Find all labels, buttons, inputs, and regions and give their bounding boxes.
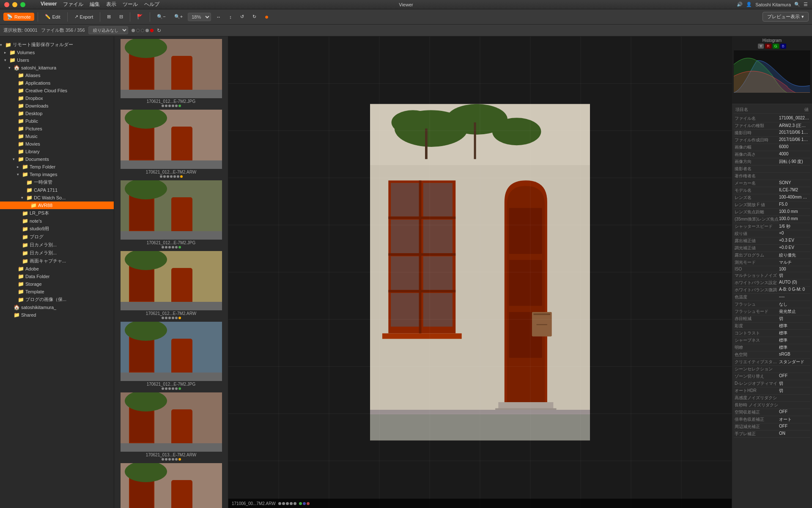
meta-key: ファイル作成日時 — [735, 137, 779, 143]
thumb-item[interactable]: 170621_012...E-7M2.JPG — [116, 179, 226, 249]
sidebar-item-issho[interactable]: 📁 一時保管 — [0, 178, 114, 186]
sidebar-item-template[interactable]: 📁 Template — [0, 288, 114, 295]
svg-rect-63 — [388, 253, 455, 256]
sidebar-item-blog[interactable]: 📁 ブログ — [0, 233, 114, 241]
meta-row: 周辺減光補正 OFF — [734, 423, 810, 431]
meta-val — [779, 366, 809, 372]
dot-red[interactable] — [150, 29, 154, 32]
export-button[interactable]: ↗ Export — [71, 13, 97, 21]
meta-row: 倍率色収差補正 オート — [734, 416, 810, 423]
meta-row: 露出補正値 +0.3 EV — [734, 237, 810, 245]
sidebar-item-downloads[interactable]: 📁 Downloads — [0, 102, 114, 110]
sidebar-item-satoshi[interactable]: ▾ 🏠 satoshi_kitamura — [0, 64, 114, 72]
zoom-out-button[interactable]: 🔍− — [154, 13, 169, 21]
sidebar-item-aliases[interactable]: 📁 Aliases — [0, 72, 114, 79]
chevron-down-icon: ▾ — [801, 14, 804, 19]
sidebar-item-movies[interactable]: 📁 Movies — [0, 140, 114, 148]
sidebar-item-pictures[interactable]: 📁 Pictures — [0, 125, 114, 133]
sidebar-item-temp-images[interactable]: ▾ 📁 Temp images — [0, 171, 114, 178]
sidebar-item-library[interactable]: 📁 Library — [0, 148, 114, 155]
minimize-button[interactable] — [12, 2, 17, 7]
sidebar-item-documents[interactable]: ▾ 📁 Documents — [0, 155, 114, 163]
sidebar-item-studio9[interactable]: 📁 studio9用 — [0, 225, 114, 233]
sidebar-item-dropbox[interactable]: 📁 Dropbox — [0, 94, 114, 102]
dot-empty2[interactable] — [141, 29, 144, 32]
thumb-item[interactable]: 170621_012...E-7M2.ARW — [116, 250, 226, 320]
sidebar-item-hikame-b[interactable]: 📁 日カメラ別... — [0, 241, 114, 249]
sidebar-item-lr-ps[interactable]: 📁 LR_PS本 — [0, 209, 114, 217]
sidebar-item-users[interactable]: ▾ 📁 Users — [0, 56, 114, 64]
menu-help[interactable]: ヘルプ — [144, 1, 159, 8]
sidebar-item-cc-files[interactable]: 📁 Creative Cloud Files — [0, 87, 114, 94]
hist-channel-Y[interactable]: Y — [758, 44, 764, 49]
menu-file[interactable]: ファイル — [63, 1, 83, 8]
thumb-item[interactable]: 170621_012...E-7M2.JPG — [116, 321, 226, 391]
thumb-item[interactable]: 170621_012...E-7M2.JPG — [116, 38, 226, 108]
sidebar-item-storage[interactable]: 📁 Storage — [0, 280, 114, 288]
sidebar-item-blog-img[interactable]: 📁 ブログの画像（保... — [0, 295, 114, 304]
sidebar-item-gazou[interactable]: 📁 画面キャプチャ... — [0, 257, 114, 265]
sidebar-item-shared[interactable]: 📁 Shared — [0, 311, 114, 319]
zoom-in-button[interactable]: 🔍+ — [171, 13, 186, 21]
hist-channel-G[interactable]: G — [773, 44, 779, 49]
sidebar-item-satoshikitamura[interactable]: 🏠 satoshikitamura_ — [0, 304, 114, 311]
remote-button[interactable]: 📡 Remote — [3, 13, 34, 21]
dot-gray[interactable] — [132, 29, 135, 32]
sidebar-item-dc-watch[interactable]: ▾ 📁 DC Watch So... — [0, 194, 114, 202]
filter-select[interactable]: 絞り込みなし ★1以上 ★2以上 — [88, 26, 128, 34]
rotate-ccw-button[interactable]: ↺ — [237, 13, 247, 21]
layout-button[interactable]: ⊟ — [116, 13, 126, 21]
close-button[interactable] — [4, 2, 9, 7]
sidebar-item-desktop[interactable]: 📁 Desktop — [0, 110, 114, 117]
menu-tools[interactable]: ツール — [123, 1, 138, 8]
menu-edit[interactable]: 編集 — [90, 1, 100, 8]
search-icon[interactable]: 🔍 — [794, 2, 800, 7]
menu-view[interactable]: 表示 — [106, 1, 116, 8]
flag-button[interactable]: 🚩 — [134, 13, 146, 21]
thumb-item[interactable]: 170621_013...E-7M2.ARW — [116, 392, 226, 461]
thumb-item[interactable]: 170621_012...E-7M2.ARW — [116, 109, 226, 179]
sidebar-item-public[interactable]: 📁 Public — [0, 117, 114, 125]
meta-val — [779, 173, 809, 179]
tree-label: Movies — [25, 141, 40, 146]
sidebar-item-hikame-b2[interactable]: 📁 日カメラ別... — [0, 249, 114, 257]
sidebar-item-applications[interactable]: 📁 Applications — [0, 79, 114, 87]
fit-height-button[interactable]: ↕ — [226, 13, 235, 21]
thumb-item[interactable]: 170621_013...E-7M2.JPG — [116, 462, 226, 508]
svg-rect-28 — [121, 373, 222, 381]
meta-val: 2017/10/06 13:24 — [779, 130, 809, 136]
meta-val: スタンダード — [779, 359, 809, 365]
sidebar-item-capa1711[interactable]: 📁 CAPA 1711 — [0, 186, 114, 194]
sidebar-item-note[interactable]: 📁 note's — [0, 217, 114, 225]
tree-label: Template — [25, 289, 44, 294]
meta-key: ファイルの種類 — [735, 123, 779, 129]
edit-button[interactable]: ✏️ Edit — [41, 13, 64, 21]
tree-label: 画面キャプチャ... — [30, 258, 66, 264]
sidebar-item-temp-folder[interactable]: ▸ 📁 Temp Folder — [0, 163, 114, 171]
sidebar-item-music[interactable]: 📁 Music — [0, 133, 114, 140]
preview-toggle-button[interactable]: プレビュー表示 ▾ — [763, 12, 809, 22]
meta-key: 画像方向 — [735, 159, 779, 165]
sidebar-item-data-folder[interactable]: 📁 Data Folder — [0, 273, 114, 280]
maximize-button[interactable] — [20, 2, 25, 7]
folder-icon: 📁 — [22, 250, 28, 256]
fit-width-button[interactable]: ↔ — [213, 13, 224, 21]
zoom-select[interactable]: 18% 25% 50% 100% — [188, 13, 211, 21]
meta-val: +0.0 EV — [779, 245, 809, 251]
hist-channel-B[interactable]: B — [780, 44, 786, 49]
sidebar-item-adobe[interactable]: 📁 Adobe — [0, 265, 114, 273]
menu-viewer[interactable]: Viewer — [41, 1, 57, 8]
view-mode-button[interactable]: ⊞ — [104, 13, 114, 21]
sidebar-item-volumes[interactable]: ▸ 📁 Volumes — [0, 49, 114, 56]
svg-rect-10 — [121, 160, 222, 169]
sidebar-item-avr88[interactable]: 📁 AVR88 — [0, 202, 114, 209]
histogram-canvas — [734, 50, 810, 93]
star-button[interactable]: ● — [261, 12, 272, 22]
dot-empty1[interactable] — [136, 29, 140, 32]
menu-icon[interactable]: ☰ — [804, 2, 808, 7]
rotate-cw-button[interactable]: ↻ — [249, 13, 260, 21]
meta-key: シャープネス — [735, 337, 779, 343]
meta-val: ON — [779, 431, 809, 437]
hist-channel-R[interactable]: R — [765, 44, 771, 49]
sidebar-item-remote-shooting[interactable]: ▾ 📁 リモート撮影保存フォルダー — [0, 41, 114, 49]
